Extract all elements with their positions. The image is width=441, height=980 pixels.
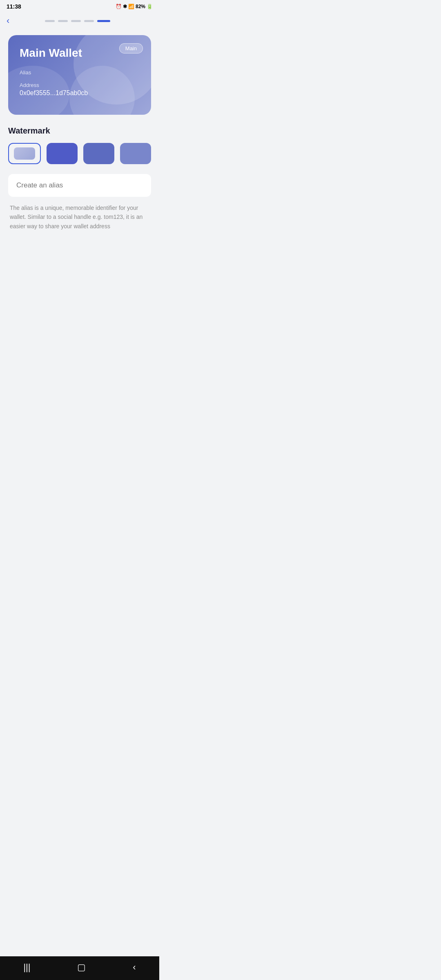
watermark-option-3[interactable] — [83, 143, 114, 164]
status-time: 11:38 — [7, 3, 21, 10]
address-section: Address 0x0ef3555...1d75ab0cb — [20, 82, 140, 97]
bluetooth-icon: ✱ — [123, 4, 127, 9]
watermark-section: Watermark The alias is a unique, memorab… — [0, 123, 159, 239]
battery-text: 82% — [136, 4, 145, 9]
back-button[interactable]: ‹ — [7, 16, 9, 26]
wallet-card: Main Main Wallet Alias Address 0x0ef3555… — [8, 35, 151, 115]
progress-dot-3 — [71, 20, 81, 22]
battery-icon: 🔋 — [147, 4, 153, 9]
watermark-option-2[interactable] — [47, 143, 78, 164]
watermark-options — [8, 143, 151, 164]
watermark-option-1[interactable] — [8, 143, 41, 164]
status-icons: ⏰ ✱ 📶 82% 🔋 — [116, 4, 153, 9]
alias-label: Alias — [20, 69, 140, 76]
progress-dot-1 — [45, 20, 55, 22]
status-bar: 11:38 ⏰ ✱ 📶 82% 🔋 — [0, 0, 159, 11]
watermark-option-4[interactable] — [120, 143, 151, 164]
progress-indicator — [14, 20, 153, 22]
wallet-card-container: Main Main Wallet Alias Address 0x0ef3555… — [0, 29, 159, 123]
address-label: Address — [20, 82, 140, 88]
progress-dot-2 — [58, 20, 68, 22]
alias-input-container[interactable] — [8, 174, 151, 197]
watermark-shape-1 — [14, 147, 35, 160]
progress-dot-4 — [84, 20, 94, 22]
signal-icon: 📶 — [128, 4, 134, 9]
alarm-icon: ⏰ — [116, 4, 122, 9]
watermark-title: Watermark — [8, 126, 151, 136]
alias-description: The alias is a unique, memorable identif… — [8, 203, 151, 231]
wallet-name: Main Wallet — [20, 47, 140, 60]
wallet-address: 0x0ef3555...1d75ab0cb — [20, 89, 140, 97]
alias-input[interactable] — [16, 181, 143, 189]
nav-bar: ‹ — [0, 11, 159, 29]
progress-dot-5 — [97, 20, 110, 22]
